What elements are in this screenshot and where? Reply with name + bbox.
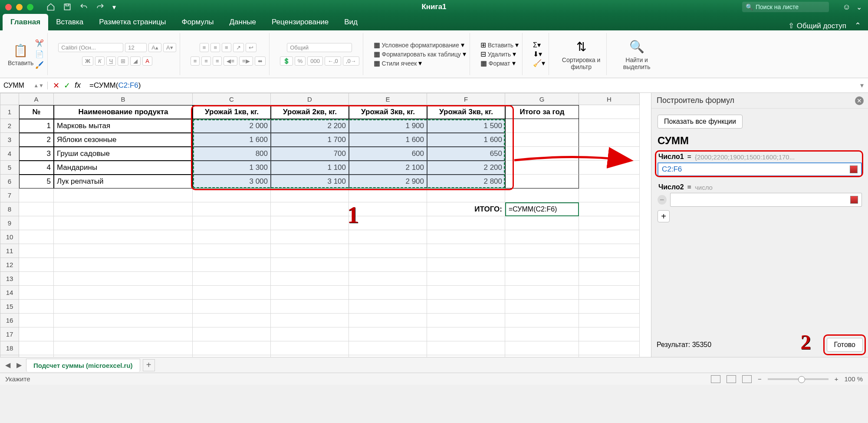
merge-icon[interactable]: ⬌	[255, 56, 266, 66]
cell[interactable]	[19, 327, 54, 341]
format-painter-icon[interactable]: 🖌️	[35, 61, 44, 69]
cell[interactable]	[349, 244, 427, 258]
cell[interactable]: 600	[349, 147, 427, 161]
cell[interactable]	[505, 133, 579, 147]
cell[interactable]	[579, 314, 640, 327]
cell[interactable]: 1 600	[427, 133, 505, 147]
cell[interactable]	[349, 272, 427, 286]
cell[interactable]	[505, 300, 579, 314]
align-mid-icon[interactable]: ≡	[210, 43, 220, 52]
cell[interactable]: 3	[19, 147, 54, 161]
cell[interactable]: 800	[193, 147, 271, 161]
col-header[interactable]: A	[19, 93, 54, 105]
cell[interactable]	[579, 147, 640, 161]
cell[interactable]	[19, 258, 54, 272]
cell[interactable]	[54, 300, 193, 314]
name-box[interactable]: СУММ ▲▼	[0, 82, 48, 89]
cell[interactable]	[579, 327, 640, 341]
cell[interactable]	[271, 202, 349, 216]
cell[interactable]	[54, 314, 193, 327]
cell[interactable]	[19, 286, 54, 300]
align-top-icon[interactable]: ≡	[200, 43, 209, 52]
copy-icon[interactable]: 📄	[35, 50, 44, 58]
cell[interactable]	[579, 216, 640, 230]
cell[interactable]	[193, 286, 271, 300]
cell[interactable]	[579, 175, 640, 188]
cell[interactable]	[505, 341, 579, 355]
save-icon[interactable]	[63, 3, 72, 11]
cell[interactable]	[427, 341, 505, 355]
align-right-icon[interactable]: ≡	[213, 56, 222, 66]
cell[interactable]	[193, 230, 271, 244]
cell[interactable]	[54, 355, 193, 357]
cell[interactable]	[193, 272, 271, 286]
show-all-functions-button[interactable]: Показать все функции	[658, 115, 743, 129]
cell[interactable]	[427, 216, 505, 230]
cell[interactable]	[349, 188, 427, 202]
add-arg-button[interactable]: +	[658, 210, 670, 222]
home-icon[interactable]	[46, 3, 55, 11]
cell[interactable]	[349, 355, 427, 357]
cell[interactable]: 1	[19, 119, 54, 133]
col-header[interactable]: D	[271, 93, 349, 105]
cell[interactable]	[54, 202, 193, 216]
cell[interactable]	[193, 355, 271, 357]
cell[interactable]	[505, 161, 579, 175]
maximize-window[interactable]	[27, 4, 33, 10]
cell[interactable]	[427, 258, 505, 272]
cell[interactable]: Урожай 2кв, кг.	[271, 105, 349, 119]
number-format[interactable]: Общий	[287, 43, 352, 52]
remove-arg-icon[interactable]: −	[658, 195, 667, 205]
cell[interactable]	[579, 286, 640, 300]
col-header[interactable]: F	[427, 93, 505, 105]
italic-button[interactable]: К	[95, 56, 105, 66]
tab-view[interactable]: Вид	[336, 14, 365, 30]
cell[interactable]: 3 000	[193, 175, 271, 188]
cell[interactable]: 5	[19, 175, 54, 188]
cell[interactable]	[54, 258, 193, 272]
cell[interactable]	[54, 272, 193, 286]
namebox-dropdown-icon[interactable]: ▲▼	[33, 83, 44, 89]
cell[interactable]	[54, 286, 193, 300]
cell[interactable]	[193, 341, 271, 355]
cell[interactable]	[579, 355, 640, 357]
cell[interactable]	[505, 216, 579, 230]
tab-nav-next-icon[interactable]: ▶	[15, 361, 23, 370]
cell[interactable]: 700	[271, 147, 349, 161]
tab-nav-prev-icon[interactable]: ◀	[3, 361, 12, 370]
row-header[interactable]: 2	[0, 119, 19, 133]
select-all-corner[interactable]	[0, 93, 19, 105]
cell[interactable]: 2 100	[349, 161, 427, 175]
fill-icon[interactable]: ⬇▾	[533, 50, 542, 58]
tab-formulas[interactable]: Формулы	[174, 14, 222, 30]
cell[interactable]	[349, 216, 427, 230]
bold-button[interactable]: Ж	[82, 56, 93, 66]
font-size[interactable]: 12	[125, 43, 147, 52]
indent-inc-icon[interactable]: ≡▶	[239, 56, 253, 66]
cell[interactable]	[505, 286, 579, 300]
cell[interactable]	[427, 286, 505, 300]
cell[interactable]	[19, 202, 54, 216]
row-header[interactable]: 7	[0, 188, 19, 202]
cell[interactable]	[505, 147, 579, 161]
cell[interactable]	[427, 244, 505, 258]
cell[interactable]	[349, 300, 427, 314]
cell[interactable]: 2 200	[427, 161, 505, 175]
dec-decimal-icon[interactable]: ,0→	[343, 56, 359, 66]
cell[interactable]	[19, 188, 54, 202]
range-picker-icon-2[interactable]	[850, 196, 858, 204]
cell[interactable]	[19, 272, 54, 286]
cell[interactable]	[427, 314, 505, 327]
cell[interactable]	[54, 230, 193, 244]
cell[interactable]	[193, 327, 271, 341]
cell[interactable]	[579, 272, 640, 286]
cell[interactable]: 4	[19, 161, 54, 175]
row-header[interactable]: 14	[0, 286, 19, 300]
range-picker-icon[interactable]	[850, 165, 858, 173]
clear-icon[interactable]: 🧹▾	[533, 59, 545, 67]
orientation-icon[interactable]: ↗	[233, 43, 244, 52]
cell[interactable]	[271, 355, 349, 357]
cell[interactable]	[193, 258, 271, 272]
astable-button[interactable]: Форматировать как таблицу	[382, 51, 461, 58]
cell[interactable]: =СУММ(C2:F6)	[505, 202, 579, 216]
